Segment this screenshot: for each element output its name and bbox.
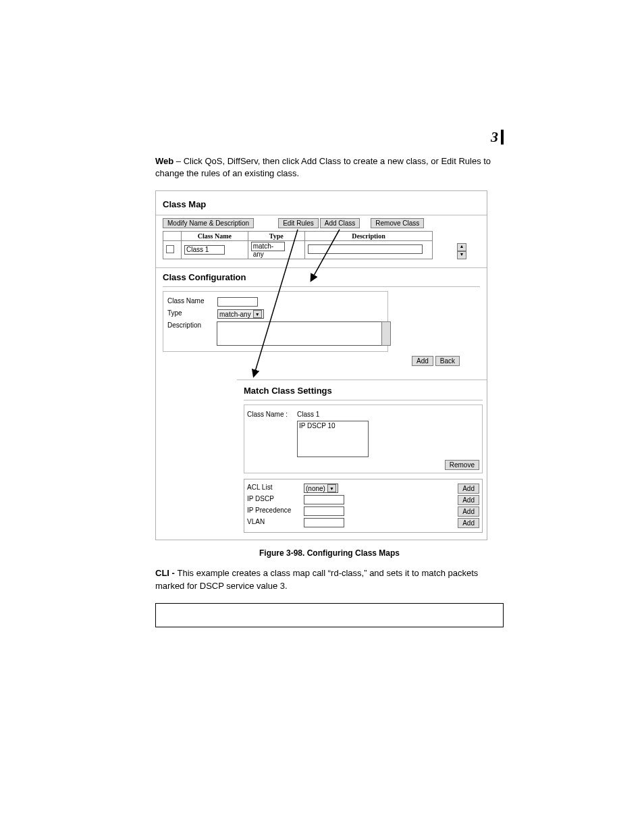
ip-precedence-input[interactable] — [304, 506, 344, 516]
scroll-up-icon[interactable]: ▲ — [457, 243, 466, 251]
class-map-title: Class Map — [156, 191, 487, 215]
config-back-button[interactable]: Back — [435, 356, 460, 366]
config-add-button[interactable]: Add — [412, 356, 433, 366]
label-acl-list: ACL List — [247, 484, 301, 491]
add-class-button[interactable]: Add Class — [320, 218, 360, 228]
class-name-cell[interactable]: Class 1 — [184, 245, 225, 255]
class-map-button-row: Modify Name & Description Edit Rules Add… — [156, 215, 487, 231]
vlan-input[interactable] — [304, 518, 344, 527]
label-ip-dscp: IP DSCP — [247, 495, 301, 502]
type-select-value: match-any — [219, 311, 251, 318]
match-class-name-value: Class 1 — [297, 411, 319, 418]
acl-select[interactable]: (none) ▼ — [304, 484, 338, 493]
scroll-down-icon[interactable]: ▼ — [457, 251, 466, 259]
table-header-row: Class Name Type Description — [163, 232, 433, 241]
description-textarea[interactable] — [217, 321, 383, 346]
match-criteria-grid: ACL List (none) ▼ Add IP DSCP Add — [244, 479, 483, 533]
ipprec-add-button[interactable]: Add — [458, 506, 479, 517]
label-match-class-name: Class Name : — [247, 411, 294, 418]
vlan-add-button[interactable]: Add — [458, 518, 479, 528]
textarea-scrollbar[interactable] — [381, 321, 391, 346]
chapter-number: 3 — [491, 130, 504, 145]
match-rules-listbox[interactable]: IP DSCP 10 — [297, 421, 369, 457]
table-row: Class 1 match-any — [163, 241, 433, 259]
page: 3 Web – Click QoS, DiffServ, then click … — [0, 0, 644, 834]
type-cell: match-any — [251, 242, 285, 251]
label-ip-precedence: IP Precedence — [247, 506, 301, 514]
col-class-name: Class Name — [182, 232, 248, 241]
row-checkbox[interactable] — [166, 245, 174, 253]
class-name-input[interactable] — [217, 297, 258, 307]
label-vlan: VLAN — [247, 518, 301, 525]
ipdscp-add-button[interactable]: Add — [458, 495, 479, 505]
match-class-settings-panel: Match Class Settings Class Name : Class … — [237, 380, 487, 540]
label-type: Type — [167, 309, 215, 317]
class-map-table: Class Name Type Description Class 1 matc… — [163, 231, 433, 259]
chevron-down-icon: ▼ — [327, 484, 336, 492]
list-item[interactable]: IP DSCP 10 — [299, 422, 336, 429]
col-type: Type — [248, 232, 304, 241]
screenshot-composite: Class Map Modify Name & Description Edit… — [155, 190, 487, 540]
ip-dscp-input[interactable] — [304, 495, 344, 504]
cli-text: This example creates a class map call “r… — [155, 568, 478, 590]
match-settings-title: Match Class Settings — [244, 384, 483, 400]
description-cell[interactable] — [308, 244, 423, 254]
modify-name-desc-button[interactable]: Modify Name & Description — [163, 218, 254, 228]
class-configuration-panel: Class Configuration Class Name Type matc… — [156, 267, 487, 370]
edit-rules-button[interactable]: Edit Rules — [278, 218, 319, 228]
class-map-panel: Class Map Modify Name & Description Edit… — [156, 191, 487, 259]
label-description: Description — [167, 321, 214, 329]
col-description: Description — [305, 232, 433, 241]
web-bold: Web — [155, 156, 173, 166]
figure-caption: Figure 3-98. Configuring Class Maps — [155, 548, 504, 558]
cli-paragraph: CLI - This example creates a class map c… — [155, 567, 504, 592]
type-select[interactable]: match-any ▼ — [217, 309, 264, 319]
remove-class-button[interactable]: Remove Class — [371, 218, 424, 228]
chevron-down-icon: ▼ — [253, 310, 262, 318]
web-paragraph: Web – Click QoS, DiffServ, then click Ad… — [155, 155, 504, 180]
remove-rule-button[interactable]: Remove — [445, 460, 479, 470]
table-scroll[interactable]: ▲ ▼ — [457, 243, 466, 259]
label-class-name: Class Name — [167, 297, 215, 305]
web-text: – Click QoS, DiffServ, then click Add Cl… — [155, 156, 491, 178]
class-config-title: Class Configuration — [163, 268, 480, 286]
acl-select-value: (none) — [306, 485, 325, 492]
cli-example-box — [155, 603, 504, 627]
cli-bold: CLI - — [155, 568, 178, 578]
acl-add-button[interactable]: Add — [458, 484, 479, 494]
